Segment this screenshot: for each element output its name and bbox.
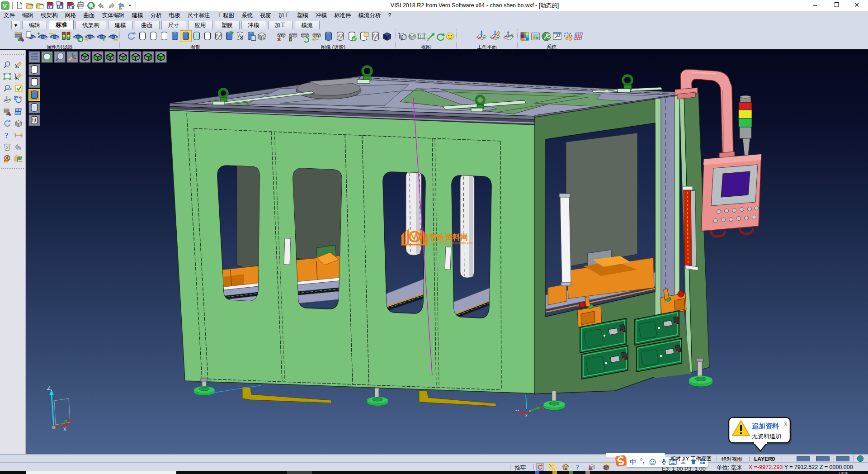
svg-text:+/−: +/− — [312, 37, 319, 42]
svg-text:+: + — [398, 32, 401, 36]
svg-text:无资料追加: 无资料追加 — [752, 433, 781, 440]
svg-text:Y: Y — [541, 406, 545, 412]
svg-text:Y: Y — [69, 418, 72, 423]
svg-text:INTELLIGENT MANUFACTURING DATA: INTELLIGENT MANUFACTURING DATA — [430, 242, 473, 244]
svg-text:+: + — [102, 35, 105, 43]
svg-text:x: x — [525, 413, 528, 417]
svg-text:+/−: +/− — [85, 37, 91, 42]
svg-text:X: X — [63, 427, 66, 432]
svg-text:Z: Z — [47, 384, 51, 391]
svg-text:V: V — [3, 3, 7, 9]
svg-text:智造资料网: 智造资料网 — [429, 233, 468, 242]
svg-text:1:1: 1:1 — [420, 35, 424, 38]
svg-text:+: + — [37, 31, 40, 36]
svg-text:追加资料: 追加资料 — [752, 422, 779, 430]
svg-text:x: x — [784, 420, 788, 427]
